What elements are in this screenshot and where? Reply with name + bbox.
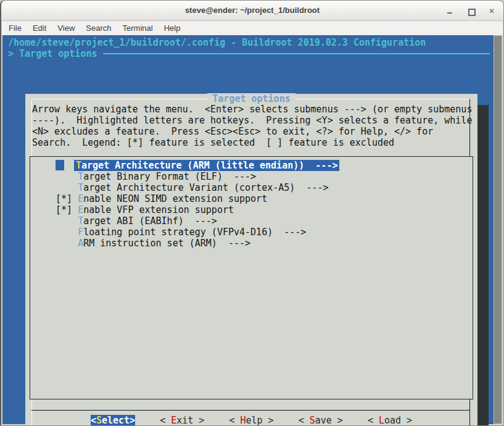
menubar-item-terminal[interactable]: Terminal — [117, 22, 159, 34]
menubar-item-edit[interactable]: Edit — [27, 22, 52, 34]
instruction-line-2: ----). Highlighted letters are hotkeys. … — [32, 115, 472, 126]
item-prefix — [56, 215, 78, 227]
cursor-gap — [64, 160, 74, 170]
config-path-header: /home/steve/project_1/buildroot/.config … — [8, 37, 492, 48]
button-hotkey-letter: S — [96, 415, 102, 426]
target-options-dialog: Target options Arrow keys navigate the m… — [25, 94, 477, 426]
terminal-viewport[interactable]: /home/steve/project_1/buildroot/.config … — [2, 35, 495, 424]
breadcrumb: > Target options — [8, 48, 97, 59]
window-title: steve@ender: ~/project_1/buildroot — [1, 6, 503, 15]
save-button[interactable]: < Save > — [299, 415, 343, 426]
item-prefix: [*] — [56, 204, 78, 215]
dialog-buttons: <Select>< Exit >< Help >< Save >< Load > — [25, 415, 477, 426]
item-prefix — [56, 238, 78, 249]
button-hotkey-letter: H — [240, 415, 246, 426]
breadcrumb-rule — [103, 53, 490, 54]
maximize-icon[interactable] — [466, 7, 475, 15]
instruction-line-3: <N> excludes a feature. Press <Esc><Esc>… — [32, 126, 472, 137]
menu-listbox[interactable]: Target Architecture (ARM (little endian)… — [30, 156, 473, 399]
hotkey-letter: F — [78, 227, 83, 238]
help-button[interactable]: < Help > — [229, 415, 273, 426]
menu-bar: FileEditViewSearchTerminalHelp — [2, 21, 503, 35]
menu-item-row[interactable]: [*] Enable VFP extension support — [30, 204, 473, 215]
item-prefix — [56, 171, 78, 182]
window-controls: ✕ — [445, 1, 496, 21]
window-titlebar[interactable]: steve@ender: ~/project_1/buildroot ✕ — [1, 1, 503, 21]
item-prefix — [56, 227, 78, 238]
hotkey-letter: T — [78, 215, 83, 227]
instruction-line-4: Search. Legend: [*] feature is selected … — [32, 137, 472, 148]
menu-item-row[interactable]: Target Binary Format (ELF) ---> — [30, 171, 473, 182]
hotkey-letter: T — [78, 182, 83, 193]
menubar-item-help[interactable]: Help — [159, 22, 186, 34]
breadcrumb-row: > Target options — [8, 48, 491, 59]
hotkey-letter: E — [78, 193, 83, 204]
menu-item-row[interactable]: Floating point strategy (VFPv4-D16) ---> — [30, 227, 473, 238]
button-hotkey-letter: E — [171, 415, 176, 426]
hotkey-letter: E — [78, 204, 83, 215]
hotkey-letter: T — [78, 171, 83, 182]
menu-item-row[interactable]: Target Architecture Variant (cortex-A5) … — [30, 182, 473, 193]
button-separator — [31, 410, 470, 411]
instruction-line-1: Arrow keys navigate the menu. <Enter> se… — [32, 104, 472, 115]
close-icon[interactable]: ✕ — [487, 7, 496, 15]
menubar-item-view[interactable]: View — [52, 22, 80, 34]
item-prefix: [*] — [56, 193, 78, 204]
hotkey-letter: T — [76, 160, 81, 171]
button-hotkey-letter: L — [379, 415, 384, 426]
minimize-icon[interactable] — [445, 7, 454, 15]
exit-button[interactable]: < Exit > — [160, 415, 204, 426]
item-prefix — [56, 182, 78, 193]
selection-cursor — [56, 160, 64, 170]
menu-item-row[interactable]: [*] Enable NEON SIMD extension support — [30, 193, 473, 204]
scrollbar-thumb[interactable] — [494, 36, 502, 424]
menubar-item-file[interactable]: File — [3, 22, 27, 34]
dialog-title: Target options — [25, 93, 477, 104]
menubar-item-search[interactable]: Search — [80, 22, 117, 34]
menu-item-row[interactable]: ARM instruction set (ARM) ---> — [30, 238, 473, 249]
menu-item-row[interactable]: Target Architecture (ARM (little endian)… — [30, 160, 473, 171]
help-instructions: Arrow keys navigate the menu. <Enter> se… — [32, 104, 472, 148]
button-hotkey-letter: S — [310, 415, 315, 426]
select-button[interactable]: <Select> — [91, 415, 135, 426]
hotkey-letter: A — [78, 238, 83, 249]
menu-item-row[interactable]: Target ABI (EABIhf) ---> — [30, 215, 473, 227]
terminal-window: steve@ender: ~/project_1/buildroot ✕ Fil… — [0, 0, 504, 426]
selected-item-text: Target Architecture (ARM (little endian)… — [74, 160, 339, 171]
load-button[interactable]: < Load > — [368, 415, 412, 426]
terminal-scrollbar[interactable] — [494, 35, 502, 424]
